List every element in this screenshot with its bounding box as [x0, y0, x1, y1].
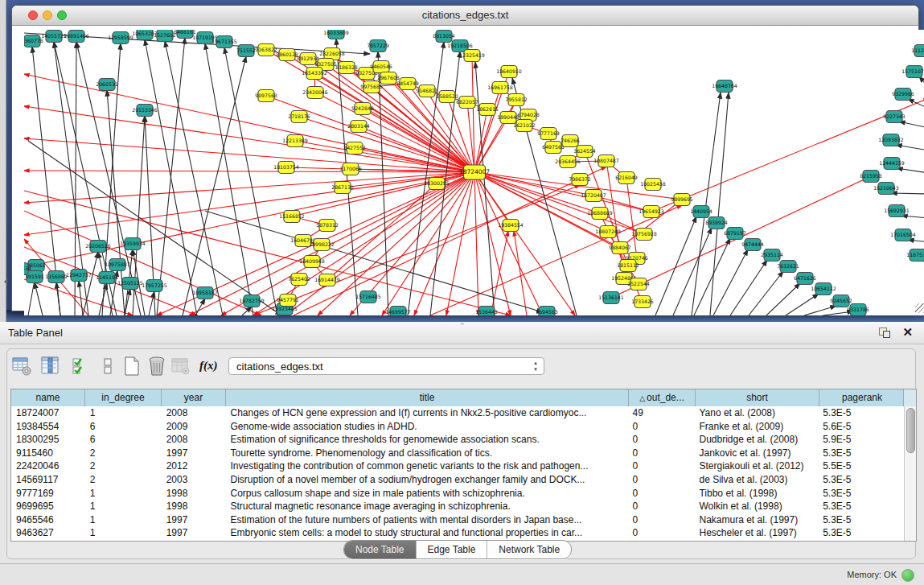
cell-short[interactable]: de Silva et al. (2003)	[694, 473, 818, 487]
cell-name[interactable]: 18300295	[11, 433, 85, 447]
table-settings-icon[interactable]	[11, 356, 32, 377]
cell-out_degree[interactable]: 0	[628, 420, 695, 434]
graph-node[interactable]: 6216049	[615, 172, 638, 184]
cell-title[interactable]: Changes of HCN gene expression and I(f) …	[226, 406, 628, 420]
column-edit-icon[interactable]	[40, 356, 61, 377]
table-row[interactable]: 946554611997Estimation of the future num…	[11, 513, 904, 527]
cell-name[interactable]: 9115460	[11, 447, 85, 460]
graph-node[interactable]: 746266	[561, 135, 580, 147]
network-window-titlebar[interactable]: citations_edges.txt	[12, 6, 918, 26]
new-column-icon[interactable]	[121, 356, 142, 377]
cell-name[interactable]: 9777169	[11, 487, 85, 501]
cell-name[interactable]: 9463627	[11, 526, 85, 540]
graph-node[interactable]: 9146821	[416, 85, 438, 97]
cell-title[interactable]: Embryonic stem cells: a model to study s…	[226, 526, 628, 540]
graph-node[interactable]: 17957255	[142, 280, 167, 292]
table-row[interactable]: 977716911998Corpus callosum shape and si…	[11, 487, 904, 501]
cell-out_degree[interactable]: 0	[628, 500, 695, 513]
graph-node[interactable]: 2803144	[347, 121, 370, 133]
graph-node[interactable]: 9474444	[741, 239, 764, 251]
cell-pagerank[interactable]: 5.9E-5	[818, 433, 904, 447]
graph-node[interactable]: 16648784	[712, 80, 737, 93]
cell-name[interactable]: 22420046	[11, 459, 85, 473]
graph-node[interactable]: 14055725	[41, 31, 67, 43]
graph-node[interactable]: 9975685	[360, 81, 383, 93]
graph-node[interactable]: 19654923	[639, 206, 664, 218]
graph-node[interactable]: 1156869	[45, 271, 68, 283]
graph-node[interactable]: 9360778	[24, 35, 43, 47]
column-header-name[interactable]: name	[11, 389, 85, 406]
cell-short[interactable]: Jankovic et al. (1997)	[694, 447, 818, 460]
cell-short[interactable]: Yano et al. (2008)	[694, 406, 818, 420]
cell-year[interactable]: 2008	[162, 433, 226, 447]
graph-node[interactable]: 8938924	[705, 217, 728, 229]
graph-node[interactable]: 7986372	[569, 174, 591, 186]
column-header-short[interactable]: short	[696, 389, 819, 406]
table-row[interactable]: 1830029562008Estimation of significance …	[11, 433, 904, 447]
graph-node[interactable]: 8813054	[433, 31, 455, 43]
cell-name[interactable]: 18724007	[11, 406, 85, 420]
cell-in_degree[interactable]: 1	[85, 513, 162, 527]
graph-node[interactable]: 1170066	[339, 163, 362, 175]
graph-node[interactable]: 6822057	[456, 97, 478, 109]
cell-pagerank[interactable]: 5.5E-5	[818, 459, 904, 473]
graph-node[interactable]: 2718176	[288, 111, 310, 123]
graph-node[interactable]: 1527602	[154, 30, 176, 42]
network-view-window[interactable]: citations_edges.txt 93607781405572520891…	[11, 5, 919, 311]
graph-node[interactable]: 9331786	[847, 304, 869, 316]
cell-short[interactable]: Dudbridge et al. (2008)	[694, 433, 818, 447]
table-row[interactable]: 1456911722003Disruption of a novel membe…	[11, 473, 904, 487]
graph-node[interactable]: 14699577	[385, 307, 411, 316]
graph-node[interactable]: 20153346	[132, 105, 158, 117]
panel-resize-handle[interactable]: ⌃	[459, 322, 466, 330]
graph-node[interactable]: 15716485	[355, 291, 381, 303]
graph-node[interactable]: 9245652	[830, 295, 852, 307]
cell-out_degree[interactable]: 0	[628, 513, 695, 527]
graph-node[interactable]: 1621022	[513, 120, 536, 132]
close-panel-icon[interactable]: ✕	[902, 325, 913, 340]
graph-node[interactable]: 3624554	[573, 146, 596, 158]
graph-node[interactable]: 9457791	[277, 295, 299, 307]
graph-node[interactable]: 1815112	[617, 260, 639, 272]
graph-node[interactable]: 16033809	[323, 30, 349, 39]
cell-in_degree[interactable]: 1	[85, 500, 162, 513]
column-header-year[interactable]: year	[162, 389, 226, 406]
graph-node[interactable]: 9097568	[255, 90, 277, 102]
cell-out_degree[interactable]: 0	[628, 459, 695, 473]
delete-column-icon[interactable]	[146, 356, 167, 377]
graph-node[interactable]: 20891406	[64, 31, 89, 43]
graph-node[interactable]: 7632621	[777, 261, 799, 273]
graph-node[interactable]: 15751074	[901, 66, 924, 78]
cell-title[interactable]: Structural magnetic resonance image aver…	[226, 500, 628, 513]
graph-node[interactable]: 5878312	[316, 220, 339, 232]
control-panel-collapsed-strip[interactable]	[0, 0, 6, 322]
table-row[interactable]: 2242004622012Investigating the contribut…	[11, 459, 904, 473]
graph-node[interactable]: 1112404	[911, 45, 924, 57]
cell-pagerank[interactable]: 5.3E-5	[818, 513, 904, 527]
cell-short[interactable]: Nakamura et al. (1997)	[694, 513, 818, 527]
cell-out_degree[interactable]: 0	[628, 526, 695, 540]
cell-in_degree[interactable]: 1	[85, 406, 162, 420]
canvas-resize-grip[interactable]	[915, 303, 924, 313]
cell-short[interactable]: Tibbo et al. (1998)	[694, 487, 818, 501]
cell-in_degree[interactable]: 6	[85, 420, 162, 434]
graph-node[interactable]: 10975887	[105, 259, 130, 271]
float-window-icon[interactable]	[879, 328, 890, 338]
table-panel-header[interactable]: Table Panel ⌃ ✕	[0, 322, 924, 344]
table-row[interactable]: 911546021997Tourette syndrome. Phenomeno…	[11, 447, 904, 460]
citation-network-graph[interactable]: 9360778140557252089140612958599106532871…	[24, 30, 924, 315]
column-header-title[interactable]: title	[226, 389, 629, 406]
cell-name[interactable]: 9465546	[11, 513, 85, 527]
vertical-scrollbar[interactable]	[904, 406, 916, 541]
cell-year[interactable]: 2009	[162, 420, 226, 434]
column-header-out_degree[interactable]: △out_de...	[629, 389, 696, 406]
graph-node[interactable]: 20364456	[555, 156, 581, 168]
clear-selection-icon[interactable]	[98, 356, 119, 377]
cell-out_degree[interactable]: 0	[628, 487, 695, 501]
cell-name[interactable]: 9699695	[11, 500, 85, 513]
graph-node[interactable]: 18724007	[459, 165, 490, 179]
graph-node[interactable]: 6471626	[794, 273, 816, 285]
cell-title[interactable]: Estimation of significance thresholds fo…	[226, 433, 628, 447]
network-canvas[interactable]: 9360778140557252089140612958599106532871…	[24, 30, 924, 315]
graph-node[interactable]: 9163822	[255, 44, 277, 56]
